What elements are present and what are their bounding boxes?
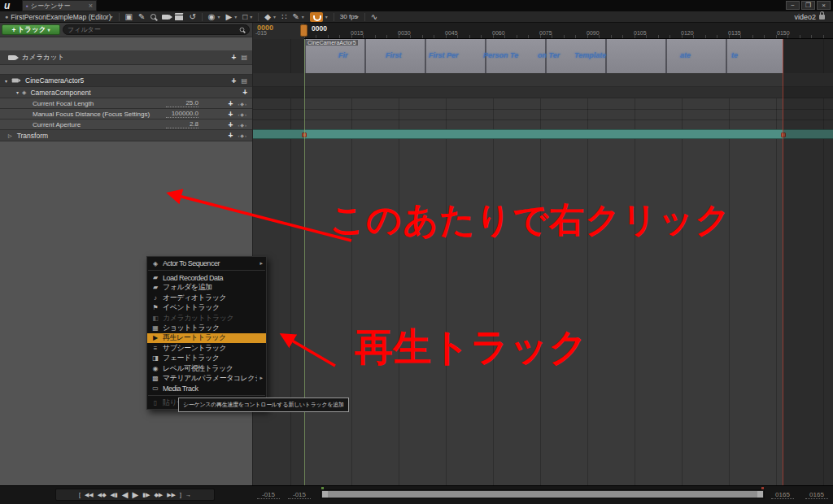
tab-sequencer[interactable]: ▪ シーケンサー × [22, 0, 97, 11]
next-keyframe-icon[interactable]: ◆▶ [154, 492, 163, 498]
scrollbar-thumb[interactable] [322, 491, 763, 497]
working-range-start-field[interactable]: -015 [257, 491, 280, 499]
keyframe-nav-icons[interactable]: ‹◆› [238, 122, 247, 128]
menu-item-fade-track[interactable]: ◨ フェードトラック [147, 354, 266, 363]
menu-item-media-track[interactable]: ▭ Media Track [147, 384, 266, 393]
add-key-button[interactable]: + [229, 131, 233, 140]
chevron-down-icon[interactable]: ▾ [302, 14, 304, 20]
fps-dropdown[interactable]: 30 fps ▾ [340, 13, 359, 20]
curve-editor-icon[interactable]: ∿ [371, 12, 377, 22]
edit-options-icon[interactable]: ✎ [292, 12, 299, 22]
camera-cut-filmstrip[interactable]: CineCameraActor5 Fir First First Per Per… [304, 39, 783, 73]
sequencer-toolbar: ● FirstPersonExampleMap (Editor) ▾ ▣ ✎ ↺… [0, 11, 833, 23]
menu-item-load-recorded-data[interactable]: ▰ Load Recorded Data [147, 272, 266, 282]
add-track-to-actor-button[interactable]: + [232, 76, 237, 85]
menu-item-actor-to-sequencer[interactable]: ◈ Actor To Sequencer ▸ [147, 259, 266, 268]
spawnable-icon[interactable]: ∷ [281, 12, 286, 22]
play-reverse-icon[interactable]: ◀ [122, 490, 129, 499]
tab-close-icon[interactable]: × [89, 2, 93, 10]
render-movie-icon[interactable] [175, 15, 183, 20]
step-forward-icon[interactable]: ▮▶ [142, 492, 150, 498]
track-row-camera-component[interactable]: ▾ ◈ CameraComponent + [0, 87, 252, 98]
create-camera-icon[interactable] [162, 15, 169, 20]
expander-closed-icon[interactable]: ▷ [8, 133, 12, 138]
menu-item-subscene-track[interactable]: ≡ サブシーントラック [147, 343, 266, 353]
post-range-shade [783, 39, 833, 485]
working-range-end-field[interactable]: 0165 [805, 491, 828, 499]
find-in-content-browser-icon[interactable] [150, 14, 156, 20]
menu-item-shot-track[interactable]: ▦ ショットトラック [147, 323, 266, 332]
minimize-button[interactable]: − [786, 1, 800, 10]
track-row-manual-focus-distance[interactable]: Manual Focus Distance (Focus Settings) 1… [0, 109, 252, 119]
chevron-down-icon[interactable]: ▾ [273, 14, 276, 20]
menu-item-level-visibility-track[interactable]: ◉ レベル可視性トラック [147, 363, 266, 373]
play-options-icon[interactable]: ▶ [226, 12, 233, 22]
undo-icon[interactable]: ↺ [189, 12, 195, 22]
range-end-icon[interactable]: ] [180, 492, 181, 497]
camera-lock-icon[interactable]: ▤ [241, 54, 247, 61]
ruler-tick: 0075 [539, 30, 552, 36]
add-key-button[interactable]: + [229, 99, 233, 108]
thumbnail-text: First Per [429, 51, 459, 59]
expander-open-icon[interactable]: ▾ [5, 78, 7, 84]
menu-item-camera-cut-track[interactable]: ◧ カメラカットトラック [147, 313, 266, 323]
close-button[interactable]: × [817, 1, 831, 10]
view-range-start-field[interactable]: -015 [288, 491, 311, 499]
track-row-current-focal-length[interactable]: Current Focal Length 25.0 + ‹◆› [0, 98, 252, 109]
add-camera-cut-button[interactable]: + [232, 53, 237, 62]
current-time-field[interactable]: 0000 [257, 24, 273, 32]
transform-section-bar[interactable] [253, 129, 833, 139]
filter-search-box[interactable] [63, 24, 250, 35]
track-row-current-aperture[interactable]: Current Aperture 2.8 + ‹◆› [0, 119, 252, 130]
menu-item-play-rate-track[interactable]: ▶ 再生レートトラック [147, 333, 266, 343]
save-icon[interactable]: ▣ [125, 12, 133, 22]
snap-magnet-icon[interactable] [310, 12, 323, 22]
range-start-icon[interactable]: [ [79, 492, 81, 497]
playback-range-icon[interactable]: □ [242, 12, 247, 22]
add-property-button[interactable]: + [242, 88, 247, 97]
timeline-scrollbar[interactable] [321, 489, 765, 499]
lock-icon[interactable] [819, 15, 825, 20]
chevron-down-icon[interactable]: ▾ [250, 14, 252, 20]
keyframe-nav-icons[interactable]: ‹◆› [238, 111, 247, 117]
chevron-down-icon[interactable]: ▾ [234, 14, 237, 20]
view-range-end-field[interactable]: 0165 [771, 491, 794, 499]
tab-title: シーケンサー [31, 2, 71, 11]
window-controls: − ❐ × [786, 1, 831, 10]
focal-length-value[interactable]: 25.0 [166, 99, 198, 107]
jump-to-end-icon[interactable]: ▶▶ [167, 492, 176, 498]
step-back-icon[interactable]: ◀▮ [111, 492, 118, 498]
audio-note-icon: ♪ [150, 294, 160, 302]
track-row-camera-cuts[interactable]: カメラカット + ▤ [0, 50, 252, 65]
filter-input[interactable] [68, 26, 239, 33]
restore-button[interactable]: ❐ [801, 1, 815, 10]
expander-open-icon[interactable]: ▾ [16, 89, 19, 95]
chevron-down-icon[interactable]: ▾ [325, 14, 328, 20]
save-as-icon[interactable]: ✎ [138, 12, 145, 22]
chevron-down-icon[interactable]: ▾ [218, 14, 220, 20]
record-icon[interactable]: ◉ [208, 12, 216, 22]
playhead-marker[interactable] [300, 24, 307, 37]
previous-keyframe-icon[interactable]: ◀◆ [98, 492, 107, 498]
loop-mode-icon[interactable]: → [185, 492, 191, 497]
keyframe-diamond-icon[interactable]: ◆ [264, 12, 271, 22]
focus-distance-value[interactable]: 100000.0 [166, 110, 198, 118]
keyframe-nav-icons[interactable]: ‹◆› [238, 101, 247, 106]
timeline-panel[interactable]: CineCameraActor5 Fir First First Per Per… [252, 23, 833, 485]
menu-item-material-parameter-collection-track[interactable]: ▩ マテリアルパラメータコレクショントラック ▸ [147, 373, 266, 383]
menu-item-audio-track[interactable]: ♪ オーディオトラック [147, 293, 266, 302]
add-key-button[interactable]: + [229, 110, 233, 119]
add-track-button[interactable]: + トラック ▾ [2, 24, 60, 35]
time-ruler[interactable]: -015 0015 0030 0045 0060 0075 0090 0105 … [253, 23, 833, 39]
menu-item-event-track[interactable]: ⚑ イベントトラック [147, 303, 266, 313]
map-selector-dropdown[interactable]: ● FirstPersonExampleMap (Editor) ▾ [5, 13, 113, 21]
jump-to-start-icon[interactable]: ◀◀ [85, 492, 94, 498]
track-row-transform[interactable]: ▷ Transform + ‹◆› [0, 130, 252, 141]
aperture-value[interactable]: 2.8 [166, 120, 198, 128]
menu-item-add-folder[interactable]: ▰ フォルダを追加 [147, 283, 266, 293]
play-forward-icon[interactable]: ▶ [133, 490, 139, 499]
camera-lock-icon[interactable]: ▤ [241, 77, 247, 85]
track-row-cinecamera-actor[interactable]: ▾ CineCameraActor5 + ▤ [0, 75, 252, 87]
keyframe-nav-icons[interactable]: ‹◆› [238, 133, 247, 138]
add-key-button[interactable]: + [229, 120, 233, 129]
